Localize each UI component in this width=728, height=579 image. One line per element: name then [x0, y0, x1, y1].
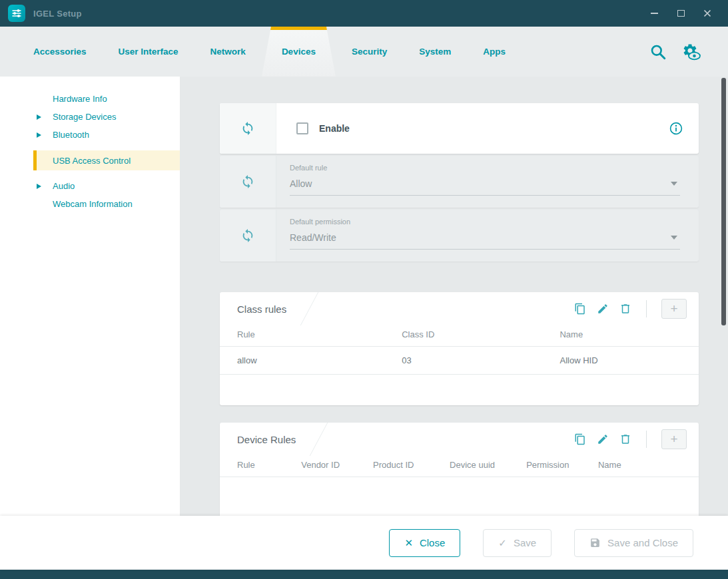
- maximize-button[interactable]: [671, 5, 691, 22]
- sidebar: Hardware Info Storage Devices Bluetooth …: [0, 77, 180, 516]
- cell-name: Allow HID: [559, 347, 699, 375]
- tab-devices[interactable]: Devices: [262, 27, 336, 77]
- minimize-button[interactable]: [644, 5, 664, 22]
- copy-icon[interactable]: [574, 433, 586, 445]
- default-rule-field: Default rule Allow: [276, 156, 699, 208]
- floppy-icon: [589, 537, 601, 548]
- class-rules-header-row: Rule Class ID Name: [220, 325, 699, 347]
- enable-row: Enable: [276, 103, 699, 154]
- class-rules-table: Rule Class ID Name allow 03 Allow HID: [220, 325, 699, 375]
- default-rule-card: Default rule Allow: [220, 156, 699, 208]
- column-header-rule: Rule: [220, 456, 301, 477]
- window-title: IGEL Setup: [33, 9, 82, 19]
- scrollbar-thumb[interactable]: [721, 78, 726, 325]
- minimize-icon: [651, 13, 658, 14]
- edit-icon[interactable]: [597, 303, 609, 315]
- sidebar-item-label: Hardware Info: [53, 94, 107, 104]
- footer-bar: ✕ Close ✓ Save Save and Close: [0, 516, 728, 570]
- sidebar-item-label: Audio: [53, 181, 75, 191]
- igel-setup-window: IGEL Setup Accessories User Interface Ne…: [0, 0, 728, 579]
- close-icon: [703, 9, 711, 17]
- tab-system[interactable]: System: [403, 27, 467, 77]
- tab-network[interactable]: Network: [194, 27, 262, 77]
- chevron-right-icon: [37, 114, 41, 120]
- info-icon[interactable]: [669, 122, 683, 135]
- class-rules-card: Class rules +: [220, 292, 699, 405]
- tab-label: Devices: [282, 47, 316, 57]
- default-rule-label: Default rule: [290, 164, 680, 172]
- empty-table-area: [220, 477, 699, 516]
- class-rule-row[interactable]: allow 03 Allow HID: [220, 347, 699, 375]
- copy-icon[interactable]: [574, 303, 586, 315]
- column-header-name: Name: [559, 325, 699, 347]
- class-rules-actions: +: [574, 299, 687, 319]
- divider: [646, 431, 647, 448]
- device-rules-title: Device Rules: [237, 434, 296, 445]
- tab-label: Accessories: [33, 47, 87, 57]
- tab-user-interface[interactable]: User Interface: [103, 27, 194, 77]
- sidebar-item-hardware-info[interactable]: Hardware Info: [33, 90, 180, 108]
- sidebar-item-webcam-information[interactable]: Webcam Information: [33, 195, 180, 213]
- sidebar-item-label: Webcam Information: [53, 199, 133, 209]
- check-icon: ✓: [498, 537, 507, 549]
- trash-icon[interactable]: [619, 433, 631, 445]
- add-device-rule-button[interactable]: +: [661, 429, 687, 449]
- header-divider: [300, 292, 319, 325]
- sidebar-item-bluetooth[interactable]: Bluetooth: [33, 126, 180, 144]
- close-window-button[interactable]: [697, 5, 717, 22]
- column-header-rule: Rule: [220, 325, 402, 347]
- default-permission-select[interactable]: Read/Write: [290, 226, 680, 250]
- close-button[interactable]: ✕ Close: [389, 529, 460, 557]
- cell-rule: allow: [220, 347, 402, 375]
- search-icon[interactable]: [649, 43, 667, 61]
- sidebar-item-label: USB Access Control: [53, 156, 131, 166]
- close-x-icon: ✕: [404, 537, 413, 549]
- app-body: Hardware Info Storage Devices Bluetooth …: [0, 77, 728, 516]
- enable-checkbox[interactable]: [296, 122, 308, 134]
- close-button-label: Close: [420, 537, 445, 548]
- default-rule-select[interactable]: Allow: [290, 172, 680, 196]
- plus-icon: +: [670, 301, 677, 316]
- tab-label: User Interface: [119, 47, 179, 57]
- column-header-product-id: Product ID: [373, 456, 450, 477]
- save-and-close-button[interactable]: Save and Close: [574, 529, 693, 557]
- device-rules-card: Device Rules +: [220, 423, 699, 516]
- default-rule-value: Allow: [290, 178, 671, 189]
- tab-security[interactable]: Security: [336, 27, 403, 77]
- window-controls: [644, 5, 721, 22]
- sync-icon-zone: [220, 156, 276, 208]
- edit-icon[interactable]: [597, 433, 609, 445]
- save-button[interactable]: ✓ Save: [483, 529, 551, 557]
- sidebar-item-usb-access-control[interactable]: USB Access Control: [33, 150, 180, 170]
- column-header-permission: Permission: [526, 456, 598, 477]
- chevron-right-icon: [37, 132, 41, 138]
- sidebar-item-audio[interactable]: Audio: [33, 177, 180, 195]
- app-logo-sliders-icon: [8, 5, 25, 22]
- settings-eye-icon[interactable]: [680, 42, 701, 62]
- dropdown-caret-icon: [671, 236, 677, 240]
- add-class-rule-button[interactable]: +: [661, 299, 687, 319]
- sidebar-item-storage-devices[interactable]: Storage Devices: [33, 108, 180, 126]
- default-permission-label: Default permission: [290, 218, 680, 226]
- default-permission-field: Default permission Read/Write: [276, 210, 699, 262]
- sync-icon: [240, 228, 255, 243]
- enable-card: Enable: [220, 103, 699, 154]
- tab-apps[interactable]: Apps: [467, 27, 522, 77]
- sync-icon: [240, 174, 255, 189]
- chevron-right-icon: [37, 184, 41, 189]
- vertical-scrollbar: [721, 78, 726, 514]
- tab-accessories[interactable]: Accessories: [17, 27, 103, 77]
- column-header-vendor-id: Vendor ID: [301, 456, 373, 477]
- empty-table-area: [220, 375, 699, 405]
- dropdown-caret-icon: [671, 182, 677, 186]
- trash-icon[interactable]: [619, 303, 631, 315]
- sync-icon-zone: [220, 210, 276, 262]
- device-rules-actions: +: [574, 429, 687, 449]
- plus-icon: +: [670, 432, 677, 447]
- sync-icon: [240, 121, 255, 136]
- tab-label: Security: [352, 47, 387, 57]
- divider: [646, 300, 647, 317]
- tab-label: Apps: [483, 47, 506, 57]
- save-and-close-button-label: Save and Close: [607, 537, 678, 548]
- column-header-class-id: Class ID: [402, 325, 559, 347]
